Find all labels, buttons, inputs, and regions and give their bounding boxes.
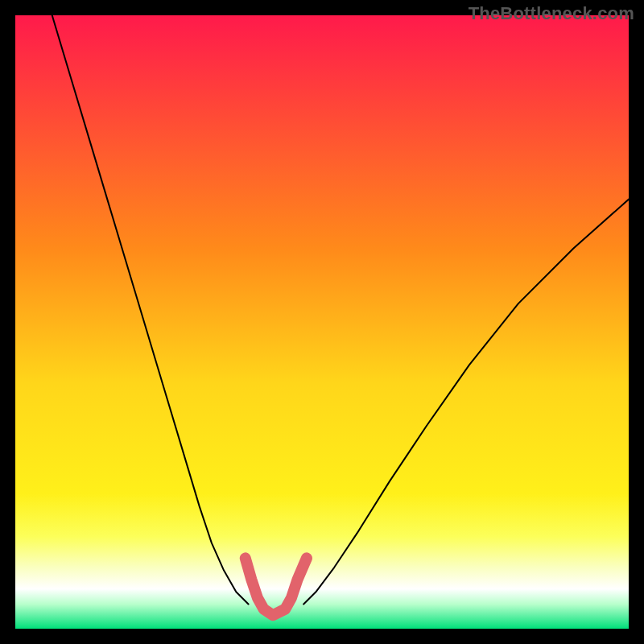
chart-frame: TheBottleneck.com	[0, 0, 644, 644]
watermark-text: TheBottleneck.com	[469, 3, 634, 24]
plot-background	[15, 15, 629, 629]
bottleneck-chart	[15, 15, 629, 629]
